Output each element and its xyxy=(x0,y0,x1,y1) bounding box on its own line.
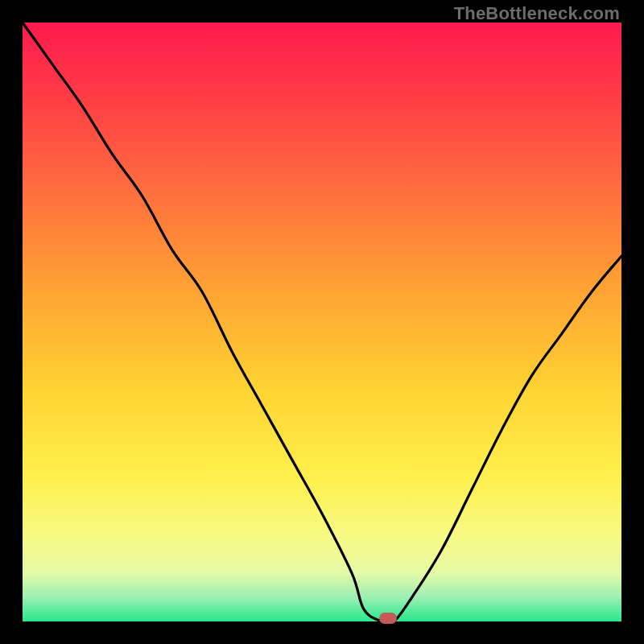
chart-frame: TheBottleneck.com xyxy=(0,0,644,644)
bottleneck-curve xyxy=(23,23,621,621)
watermark-text: TheBottleneck.com xyxy=(454,3,620,24)
optimal-marker xyxy=(379,613,397,624)
plot-area xyxy=(23,23,621,621)
